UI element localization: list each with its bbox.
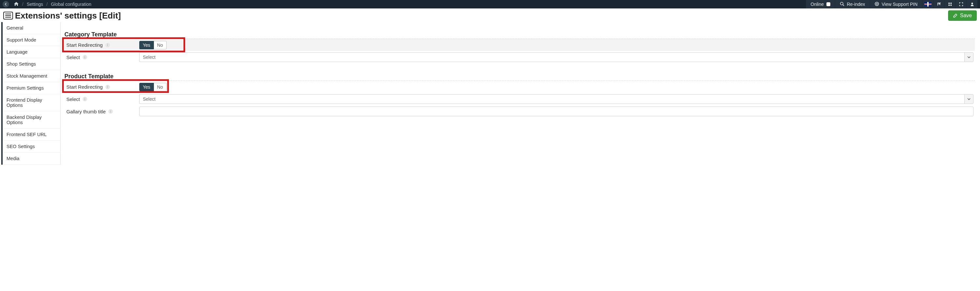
field-control: Yes No (139, 41, 975, 49)
info-icon[interactable]: i (83, 97, 87, 101)
user-icon (970, 2, 974, 6)
chevron-down-icon[interactable] (964, 94, 974, 104)
sidebar-item-backend-display-options[interactable]: Backend Display Options (3, 111, 60, 129)
field-row-category-start-redirecting: Start Redirecting i Yes No (64, 39, 975, 51)
info-icon[interactable]: i (105, 43, 110, 47)
sidebar-item-general[interactable]: General (3, 22, 60, 34)
search-icon (840, 2, 844, 7)
breadcrumb-sep: / (46, 2, 48, 7)
online-status-icon (826, 2, 830, 6)
lifebuoy-icon (875, 2, 879, 7)
sidebar-item-premium-settings[interactable]: Premium Settings (3, 82, 60, 94)
breadcrumb-settings[interactable]: Settings (27, 2, 43, 7)
reindex-label: Re-index (847, 2, 865, 7)
field-label: Gallary thumb title i (64, 109, 139, 114)
toggle-no[interactable]: No (154, 41, 167, 49)
field-label: Start Redirecting i (64, 42, 139, 48)
reindex-button[interactable]: Re-index (835, 0, 870, 8)
view-pin-label: View Support PIN (882, 2, 918, 7)
field-control: Yes No (139, 83, 975, 91)
select-product[interactable] (139, 94, 974, 104)
home-icon[interactable] (14, 2, 19, 7)
svg-rect-7 (950, 5, 952, 6)
svg-rect-4 (948, 3, 950, 4)
field-label: Select i (64, 96, 139, 102)
sidebar-item-seo-settings[interactable]: SEO Settings (3, 141, 60, 153)
page-title: Extensions' settings [Edit] (15, 11, 121, 21)
select-category[interactable] (139, 52, 974, 62)
field-control (139, 106, 975, 116)
sidebar-item-support-mode[interactable]: Support Mode (3, 34, 60, 46)
online-label: Online (810, 2, 824, 7)
label-text: Gallary thumb title (66, 109, 106, 114)
chevron-down-icon[interactable] (964, 52, 974, 62)
sidebar-item-language[interactable]: Language (3, 46, 60, 58)
topbar: / Settings / Global configuration Online… (0, 0, 980, 8)
external-link-icon (937, 2, 941, 6)
back-button[interactable] (3, 1, 9, 8)
field-row-gallery-thumb-title: Gallary thumb title i (64, 105, 975, 117)
topbar-right: Online Re-index View Support PIN (806, 0, 977, 8)
label-text: Start Redirecting (66, 84, 103, 90)
joomla-icon (948, 2, 952, 6)
label-text: Select (66, 55, 80, 60)
sidebar-item-media[interactable]: Media (3, 153, 60, 164)
external-link-button[interactable] (933, 0, 944, 8)
main: Category Template Start Redirecting i Ye… (60, 22, 980, 131)
topbar-left: / Settings / Global configuration (3, 1, 806, 8)
breadcrumb-current: Global configuration (51, 2, 91, 7)
field-label: Select i (64, 55, 139, 60)
svg-rect-5 (950, 3, 952, 4)
sidebar-item-frontend-sef-url[interactable]: Frontend SEF URL (3, 129, 60, 141)
field-label: Start Redirecting i (64, 84, 139, 90)
flag-uk-icon (924, 2, 932, 6)
sidebar-item-stock-management[interactable]: Stock Management (3, 70, 60, 82)
svg-line-1 (843, 5, 844, 6)
edit-icon (953, 13, 958, 18)
breadcrumb: / Settings / Global configuration (14, 2, 91, 7)
body: General Support Mode Language Shop Setti… (1, 22, 980, 164)
breadcrumb-sep: / (22, 2, 24, 7)
field-control (139, 52, 975, 62)
joomla-button[interactable] (944, 0, 955, 8)
field-row-category-select: Select i (64, 51, 975, 63)
titlebar: Extensions' settings [Edit] Save (0, 8, 980, 22)
svg-rect-6 (948, 5, 950, 6)
select-input[interactable] (139, 94, 964, 104)
info-icon[interactable]: i (83, 55, 87, 59)
online-button[interactable]: Online (806, 0, 835, 8)
svg-point-2 (875, 2, 878, 6)
info-icon[interactable]: i (105, 85, 110, 89)
svg-point-3 (876, 3, 878, 5)
expand-icon (959, 2, 963, 6)
field-row-product-select: Select i (64, 93, 975, 105)
language-flag-button[interactable] (922, 0, 933, 8)
svg-point-8 (971, 3, 973, 4)
view-support-pin-button[interactable]: View Support PIN (870, 0, 922, 8)
toggle-yes[interactable]: Yes (139, 41, 154, 49)
field-control (139, 94, 975, 104)
sidebar: General Support Mode Language Shop Setti… (3, 22, 60, 164)
select-input[interactable] (139, 52, 964, 62)
sidebar-item-frontend-display-options[interactable]: Frontend Display Options (3, 94, 60, 111)
yes-no-toggle-category-start-redirecting: Yes No (139, 41, 167, 49)
section-title-product: Product Template (64, 73, 975, 80)
user-button[interactable] (966, 0, 977, 8)
list-icon (3, 12, 13, 19)
chevron-left-icon (4, 3, 8, 6)
toggle-yes[interactable]: Yes (139, 83, 154, 91)
gallery-thumb-title-input[interactable] (139, 106, 974, 116)
sidebar-item-shop-settings[interactable]: Shop Settings (3, 58, 60, 70)
section-title-category: Category Template (64, 31, 975, 38)
svg-point-0 (840, 2, 843, 5)
save-button[interactable]: Save (948, 10, 977, 21)
field-row-product-start-redirecting: Start Redirecting i Yes No (64, 81, 975, 93)
save-label: Save (960, 13, 972, 19)
toggle-no[interactable]: No (154, 83, 167, 91)
fullscreen-button[interactable] (955, 0, 966, 8)
label-text: Select (66, 96, 80, 102)
info-icon[interactable]: i (108, 109, 113, 114)
page-title-wrap: Extensions' settings [Edit] (3, 11, 121, 21)
label-text: Start Redirecting (66, 42, 103, 48)
yes-no-toggle-product-start-redirecting: Yes No (139, 83, 167, 91)
